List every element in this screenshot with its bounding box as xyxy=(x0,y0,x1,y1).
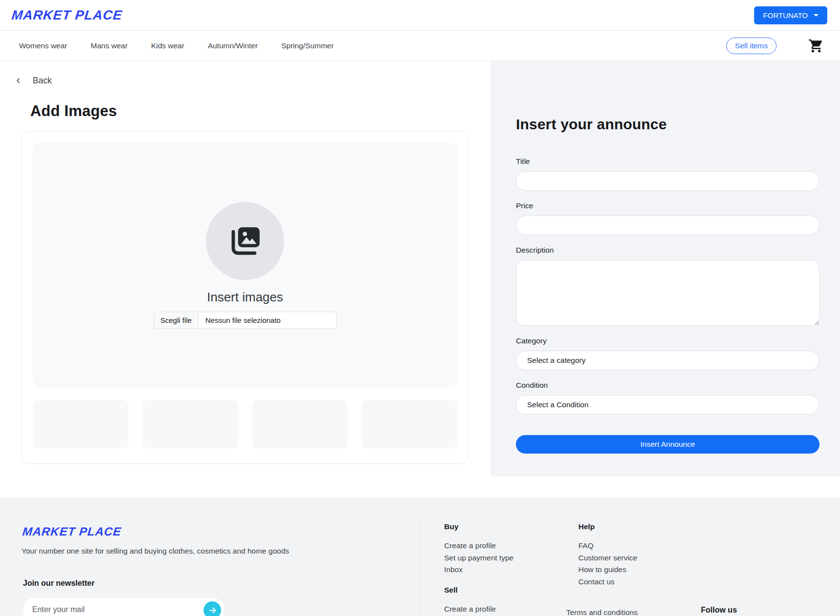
page-footer: MARKET PLACE Your number one site for se… xyxy=(0,497,840,616)
condition-label: Condition xyxy=(516,381,820,390)
image-dropzone[interactable]: Insert images Scegli file Nessun file se… xyxy=(33,143,457,388)
back-link[interactable]: Back xyxy=(15,76,68,86)
title-input[interactable] xyxy=(516,171,820,191)
brand-logo[interactable]: MARKET PLACE xyxy=(11,8,123,23)
file-input[interactable]: Scegli file Nessun file selezionato xyxy=(154,312,337,329)
buy-heading: Buy xyxy=(444,522,513,531)
buy-link-payment-type[interactable]: Set up payment type xyxy=(444,554,513,562)
cart-icon[interactable] xyxy=(808,37,825,55)
insert-announce-button[interactable]: Insert Announce xyxy=(516,435,820,454)
follow-us-heading: Follow us xyxy=(701,606,737,615)
help-link-faq[interactable]: FAQ xyxy=(578,541,637,550)
account-menu-button[interactable]: FORTUNATO xyxy=(754,6,827,24)
nav-item-spring-summer[interactable]: Spring/Summer xyxy=(281,41,334,50)
footer-divider xyxy=(420,521,421,616)
form-title: Insert your announce xyxy=(516,116,820,133)
thumbnail-row xyxy=(33,400,457,448)
top-header: MARKET PLACE FORTUNATO xyxy=(0,0,840,30)
category-label: Category xyxy=(516,337,820,345)
category-select[interactable]: Select a category xyxy=(516,351,820,370)
add-images-section: Back Add Images Insert images Scegli fil… xyxy=(0,61,491,497)
newsletter-submit-button[interactable] xyxy=(204,601,221,616)
footer-column-help: Help FAQ Customer service How to guides … xyxy=(578,522,637,589)
sell-heading: Sell xyxy=(444,586,513,595)
thumbnail-slot-3[interactable] xyxy=(252,400,348,448)
image-placeholder-circle xyxy=(206,202,284,280)
images-icon xyxy=(226,222,264,260)
terms-and-conditions-link[interactable]: Terms and conditions xyxy=(566,608,637,616)
help-link-contact-us[interactable]: Contact us xyxy=(578,577,637,586)
dropzone-label: Insert images xyxy=(207,290,283,305)
description-label: Description xyxy=(516,246,820,255)
price-label: Price xyxy=(516,201,820,210)
arrow-right-icon xyxy=(208,606,217,615)
images-upload-card: Insert images Scegli file Nessun file se… xyxy=(21,131,469,464)
nav-item-womens-wear[interactable]: Womens wear xyxy=(19,41,67,50)
back-label: Back xyxy=(33,76,52,86)
title-label: Title xyxy=(516,157,820,166)
description-textarea[interactable] xyxy=(516,260,820,326)
footer-brand-logo[interactable]: MARKET PLACE xyxy=(22,525,123,538)
nav-item-kids-wear[interactable]: Kids wear xyxy=(151,41,184,50)
thumbnail-slot-1[interactable] xyxy=(33,400,128,448)
buy-link-create-profile[interactable]: Create a profile xyxy=(444,541,513,550)
chevron-left-icon xyxy=(15,77,22,85)
help-link-how-to-guides[interactable]: How to guides xyxy=(578,565,637,574)
choose-file-button[interactable]: Scegli file xyxy=(154,312,199,328)
thumbnail-slot-4[interactable] xyxy=(362,400,457,448)
announce-panel: Insert your announce Title Price Descrip… xyxy=(491,61,840,497)
footer-tagline: Your number one site for selling and buy… xyxy=(21,547,289,556)
nav-item-autumn-winter[interactable]: Autumn/Winter xyxy=(208,41,258,50)
help-link-customer-service[interactable]: Customer service xyxy=(578,554,637,562)
sell-link-create-profile[interactable]: Create a profile xyxy=(444,605,513,614)
chevron-down-icon xyxy=(814,14,819,17)
thumbnail-slot-2[interactable] xyxy=(143,400,238,448)
newsletter-heading: Join our newsletter xyxy=(23,579,95,588)
category-nav: Womens wear Mans wear Kids wear Autumn/W… xyxy=(0,30,840,61)
footer-column-buy-sell: Buy Create a profile Set up payment type… xyxy=(444,522,513,616)
page-title: Add Images xyxy=(30,102,491,120)
account-name: FORTUNATO xyxy=(763,11,808,20)
price-input[interactable] xyxy=(516,216,820,235)
newsletter-email-input[interactable] xyxy=(23,598,225,616)
category-selected-value: Select a category xyxy=(527,356,586,365)
nav-item-mans-wear[interactable]: Mans wear xyxy=(91,41,128,50)
announce-form: Insert your announce Title Price Descrip… xyxy=(516,116,820,454)
main-content: Back Add Images Insert images Scegli fil… xyxy=(0,61,840,497)
buy-link-inbox[interactable]: Inbox xyxy=(444,565,513,574)
help-heading: Help xyxy=(578,522,637,531)
sell-items-button[interactable]: Sell items xyxy=(726,38,777,54)
condition-selected-value: Select a Condition xyxy=(527,400,589,409)
file-status-text: Nessun file selezionato xyxy=(199,312,287,328)
condition-select[interactable]: Select a Condition xyxy=(516,395,820,415)
announce-panel-bg: Insert your announce Title Price Descrip… xyxy=(491,61,840,477)
